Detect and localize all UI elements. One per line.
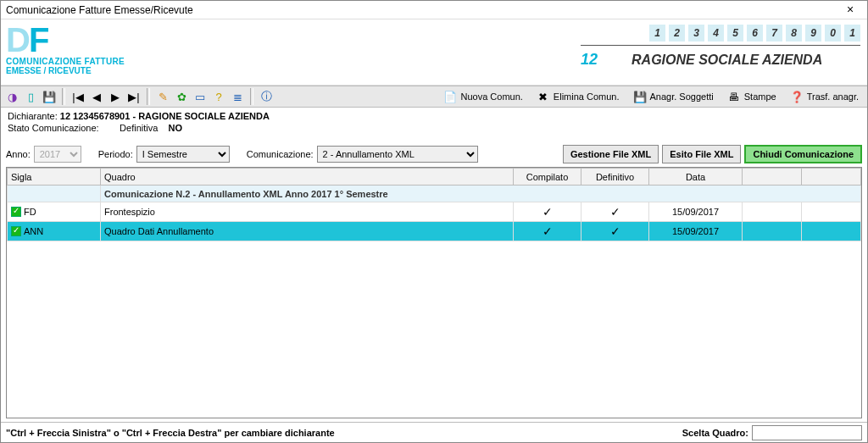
status-ok-icon [11,226,21,236]
label: Anagr. Soggetti [650,91,714,102]
status-ok-icon [11,207,21,217]
toolbar-separator [62,88,65,105]
app-window: Comunicazione Fatture Emesse/Ricevute × … [0,0,868,443]
check-icon: ✓ [610,224,620,238]
digit: 3 [688,25,704,42]
scelta-quadro-label: Scelta Quadro: [682,428,748,438]
toolbar-card-icon[interactable]: ▭ [192,88,209,105]
sigla: FD [24,207,36,217]
elimina-comunicazione-button[interactable]: ✖Elimina Comun. [531,87,626,106]
toolbar-save-icon[interactable]: 💾 [41,88,58,105]
anno-label: Anno: [6,149,31,159]
trasf-anagr-button[interactable]: ❓Trasf. anagr. [784,87,865,106]
quadro-name: Frontespizio [101,202,514,222]
comunicazione-select[interactable]: 2 - Annullamento XML [317,146,478,163]
window-title: Comunicazione Fatture Emesse/Ricevute [6,4,838,16]
grid-row[interactable]: FD Frontespizio ✓ ✓ 15/09/2017 [8,202,861,222]
toolbar-help-icon[interactable]: ? [210,88,227,105]
digit: 0 [825,25,841,42]
close-button[interactable]: × [838,3,862,18]
grid-header-row: Sigla Quadro Compilato Definitivo Data [8,169,861,186]
nav-prev-icon[interactable]: ◀ [88,88,105,105]
toolbar-book-icon[interactable]: ▯ [22,88,39,105]
digit: 2 [669,25,685,42]
digit: 5 [727,25,743,42]
toolbar-palette-icon[interactable]: ✿ [173,88,190,105]
dichiarante-value: 12 12345678901 - RAGIONE SOCIALE AZIENDA [60,111,270,121]
col-quadro[interactable]: Quadro [101,169,514,186]
toolbar-refresh-icon[interactable]: ◑ [3,88,20,105]
check-icon: ✓ [610,205,620,219]
digit: 4 [708,25,724,42]
check-icon: ✓ [542,224,553,238]
title-bar: Comunicazione Fatture Emesse/Ricevute × [1,1,867,19]
scelta-quadro-input[interactable] [752,425,862,440]
nav-next-icon[interactable]: ▶ [107,88,124,105]
stato-label: Stato Comunicazione: [8,123,99,133]
periodo-label: Periodo: [98,149,133,159]
status-bar: "Ctrl + Freccia Sinistra" o "Ctrl + Frec… [1,422,867,442]
label: Elimina Comun. [554,91,620,102]
main-toolbar: ◑ ▯ 💾 |◀ ◀ ▶ ▶| ✎ ✿ ▭ ? ≣ ⓘ 📄Nuova Comun… [1,86,867,108]
toolbar-separator [147,88,150,105]
toolbar-info-icon[interactable]: ⓘ [258,88,275,105]
label: Stampe [744,91,776,102]
anno-select[interactable]: 2017 [34,146,81,163]
quadri-grid[interactable]: Sigla Quadro Compilato Definitivo Data C… [6,167,862,418]
header-company: 12 RAGIONE SOCIALE AZIENDA [581,51,860,69]
gestione-file-xml-button[interactable]: Gestione File XML [563,145,659,163]
keyboard-hint: "Ctrl + Freccia Sinistra" o "Ctrl + Frec… [6,428,682,438]
periodo-select[interactable]: I Semestre [136,146,230,163]
stampe-button[interactable]: 🖶Stampe [721,87,782,106]
digit: 8 [786,25,802,42]
logo: DF COMUNICAZIONE FATTURE EMESSE / RICEVU… [1,19,130,85]
digit: 1 [844,25,860,42]
header-number: 12 [581,51,598,69]
data-value: 15/09/2017 [649,202,743,222]
logo-subtitle-2: EMESSE / RICEVUTE [6,66,125,75]
col-compilato[interactable]: Compilato [514,169,581,186]
logo-letters: DF [6,23,125,57]
logo-subtitle-1: COMUNICAZIONE FATTURE [6,57,125,66]
filters-bar: Anno: 2017 Periodo: I Semestre Comunicaz… [1,143,867,165]
check-icon: ✓ [542,205,553,219]
chiudi-comunicazione-button[interactable]: Chiudi Comunicazione [744,145,862,163]
grid-section-row: Comunicazione N.2 - Annullamento XML Ann… [8,186,861,202]
digit-strip: 1 2 3 4 5 6 7 8 9 0 1 [581,25,860,42]
col-data[interactable]: Data [649,169,743,186]
digit: 6 [747,25,763,42]
nav-last-icon[interactable]: ▶| [125,88,142,105]
data-value: 15/09/2017 [649,222,743,241]
definitiva-value: NO [169,123,183,133]
toolbar-separator [250,88,253,105]
esito-file-xml-button[interactable]: Esito File XML [662,145,741,163]
comunicazione-label: Comunicazione: [247,149,314,159]
digit: 9 [805,25,821,42]
company-name: RAGIONE SOCIALE AZIENDA [632,53,822,68]
section-title: Comunicazione N.2 - Annullamento XML Ann… [101,186,861,202]
toolbar-list-icon[interactable]: ≣ [229,88,246,105]
nuova-comunicazione-button[interactable]: 📄Nuova Comun. [437,87,528,106]
anagr-soggetti-button[interactable]: 💾Anagr. Soggetti [627,87,720,106]
toolbar-edit-icon[interactable]: ✎ [154,88,171,105]
col-definitivo[interactable]: Definitivo [581,169,649,186]
app-header: DF COMUNICAZIONE FATTURE EMESSE / RICEVU… [1,19,867,86]
nav-first-icon[interactable]: |◀ [70,88,86,105]
col-empty [743,169,802,186]
dichiarante-panel: Dichiarante: 12 12345678901 - RAGIONE SO… [1,108,867,143]
sigla: ANN [24,226,43,236]
digit: 7 [766,25,782,42]
grid-row[interactable]: ANN Quadro Dati Annullamento ✓ ✓ 15/09/2… [8,222,861,241]
dichiarante-label: Dichiarante: [8,111,58,121]
digit: 1 [649,25,665,42]
col-sigla[interactable]: Sigla [8,169,101,186]
col-empty [802,169,861,186]
header-divider [581,45,860,46]
quadro-name: Quadro Dati Annullamento [101,222,514,241]
definitiva-label: Definitiva [120,123,158,133]
header-right: 1 2 3 4 5 6 7 8 9 0 1 12 RAGIONE SOCIALE… [581,25,860,69]
label: Nuova Comun. [460,91,522,102]
label: Trasf. anagr. [807,91,859,102]
